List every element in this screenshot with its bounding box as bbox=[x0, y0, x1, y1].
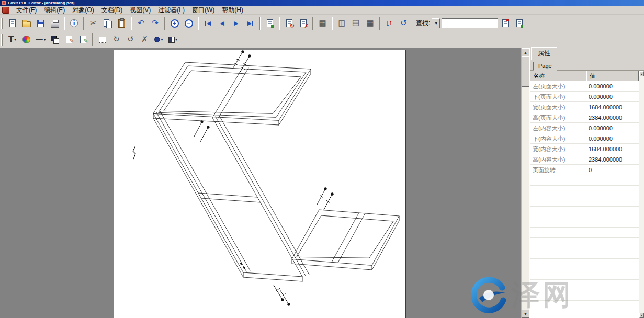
menu-item-view[interactable]: 视图(V) bbox=[126, 5, 154, 15]
panel-scroll-up-button[interactable]: ▴ bbox=[639, 71, 644, 76]
toolbar-separator bbox=[164, 17, 165, 30]
hatch-grid-button[interactable]: ▦ bbox=[316, 17, 329, 30]
property-value[interactable]: 2384.000000 bbox=[586, 115, 639, 121]
menu-item-window[interactable]: 窗口(W) bbox=[188, 5, 218, 15]
shape-style-button[interactable] bbox=[48, 33, 61, 46]
rotate-ccw-button[interactable]: ↺ bbox=[124, 33, 137, 46]
first-page-button[interactable]: ◀ bbox=[201, 17, 214, 30]
prev-page-button[interactable]: ◀ bbox=[216, 17, 229, 30]
property-value[interactable]: 0 bbox=[586, 167, 639, 173]
printer-icon bbox=[51, 22, 59, 28]
split-view-button-2[interactable]: ◫ bbox=[349, 17, 363, 30]
toolbar-gripper[interactable] bbox=[1, 34, 3, 46]
text-superscript-button[interactable]: t ↑ bbox=[383, 17, 396, 30]
scroll-down-button[interactable]: ▼ bbox=[522, 310, 529, 318]
refresh-button[interactable]: ↺ bbox=[397, 17, 410, 30]
grid-header: 名称 值 bbox=[530, 71, 644, 81]
pdf-page[interactable] bbox=[114, 50, 405, 318]
cut-button[interactable]: ✂ bbox=[87, 17, 100, 30]
panel-title-tab[interactable]: 属性 bbox=[531, 47, 557, 60]
next-page-icon: ▶ bbox=[234, 20, 238, 26]
copy-button[interactable] bbox=[101, 17, 114, 30]
split-view-button-1[interactable]: ◫ bbox=[335, 17, 348, 30]
property-row: 左(页面大小)0.000000 bbox=[530, 81, 639, 92]
undo-button[interactable]: ↶ bbox=[134, 17, 148, 30]
property-name: 高(页面大小) bbox=[530, 114, 586, 122]
document-app-icon[interactable] bbox=[2, 7, 9, 14]
split-view-horizontal-icon: ◫ bbox=[352, 19, 360, 27]
open-button[interactable] bbox=[20, 17, 33, 30]
toolbar-gripper[interactable] bbox=[1, 18, 3, 29]
menu-item-filter[interactable]: 过滤器(L) bbox=[154, 5, 188, 15]
color-wheel-icon bbox=[22, 36, 30, 43]
property-value[interactable]: 0.000000 bbox=[586, 94, 639, 100]
text-tool-button[interactable]: T ▾ bbox=[6, 33, 19, 46]
print-button[interactable] bbox=[48, 17, 61, 30]
rotate-page-button[interactable]: ↻ bbox=[283, 17, 296, 30]
column-header-value[interactable]: 值 bbox=[586, 71, 639, 81]
refresh-icon: ↺ bbox=[400, 19, 407, 27]
delete-page-button[interactable]: ✗ bbox=[297, 17, 310, 30]
save-button[interactable] bbox=[34, 17, 47, 30]
property-value[interactable]: 0.000000 bbox=[586, 125, 639, 131]
line-tool-button[interactable]: — ▾ bbox=[34, 33, 47, 46]
stroke-color-icon bbox=[154, 37, 160, 42]
property-value[interactable]: 1684.000000 bbox=[586, 104, 639, 110]
color-wheel-button[interactable] bbox=[20, 33, 33, 46]
first-page-icon: ◀ bbox=[205, 20, 211, 26]
text-tool-icon: T bbox=[8, 36, 14, 43]
page-layout-button[interactable] bbox=[263, 17, 276, 30]
panel-scroll-down-button[interactable]: ▾ bbox=[639, 313, 644, 318]
property-name: 左(页面大小) bbox=[530, 83, 586, 90]
column-header-name[interactable]: 名称 bbox=[530, 71, 586, 81]
zoom-in-button[interactable]: + bbox=[168, 17, 181, 30]
property-row: 页面旋转0 bbox=[530, 165, 639, 175]
document-info-button[interactable]: i bbox=[67, 17, 81, 30]
property-row: 下(内容大小)0.000000 bbox=[530, 133, 639, 144]
find-in-document-button[interactable] bbox=[499, 17, 512, 30]
menu-item-file[interactable]: 文件(F) bbox=[13, 5, 40, 15]
new-button[interactable] bbox=[6, 17, 19, 30]
stroke-color-button[interactable]: ▾ bbox=[152, 33, 165, 46]
rotate-cw-button[interactable]: ↻ bbox=[110, 33, 123, 46]
property-row: 左(内容大小)0.000000 bbox=[530, 123, 639, 133]
menu-item-document[interactable]: 文档(D) bbox=[98, 5, 127, 15]
edit-content-button[interactable]: ✎ bbox=[76, 33, 89, 46]
panel-scrollbar[interactable]: ▴ ▾ bbox=[639, 71, 644, 318]
property-value[interactable]: 0.000000 bbox=[586, 83, 639, 89]
find-results-button[interactable] bbox=[513, 17, 526, 30]
paste-button[interactable] bbox=[115, 17, 128, 30]
zoom-out-button[interactable]: − bbox=[182, 17, 195, 30]
find-document-icon bbox=[502, 19, 509, 27]
menu-item-object[interactable]: 对象(O) bbox=[69, 5, 97, 15]
property-value[interactable]: 2384.000000 bbox=[586, 156, 639, 163]
redo-button[interactable]: ↷ bbox=[149, 17, 162, 30]
tools-button[interactable]: ✗ bbox=[138, 33, 151, 46]
next-page-button[interactable]: ▶ bbox=[230, 17, 243, 30]
menu-item-edit[interactable]: 编辑(E) bbox=[40, 5, 69, 15]
chevron-down-icon: ▾ bbox=[435, 21, 437, 26]
last-page-button[interactable]: ▶ bbox=[244, 17, 257, 30]
select-area-button[interactable] bbox=[96, 33, 109, 46]
tab-page[interactable]: Page bbox=[533, 62, 557, 71]
app-window: Foxit PDF Editor - [anzhuang.pdf] 文件(F) … bbox=[0, 0, 644, 318]
property-value[interactable]: 1684.000000 bbox=[586, 146, 639, 152]
toolbar-separator bbox=[312, 17, 313, 30]
scrollbar-thumb[interactable] bbox=[522, 56, 529, 87]
split-view-button-3[interactable]: ▦ bbox=[364, 17, 377, 30]
find-dropdown-button[interactable]: ▾ bbox=[432, 18, 440, 28]
document-canvas[interactable] bbox=[0, 48, 521, 318]
vertical-scrollbar[interactable]: ▲ ▼ bbox=[521, 48, 529, 318]
shape-style-icon bbox=[51, 36, 57, 41]
edit-page-button[interactable]: ✎ bbox=[62, 33, 75, 46]
scroll-up-button[interactable]: ▲ bbox=[522, 48, 529, 56]
find-input[interactable] bbox=[442, 18, 498, 28]
toolbar-separator bbox=[64, 17, 65, 30]
property-name: 页面旋转 bbox=[530, 166, 586, 174]
menu-item-help[interactable]: 帮助(H) bbox=[218, 5, 247, 15]
fill-color-button[interactable]: ▾ bbox=[166, 33, 179, 46]
split-view-icon: ◫ bbox=[338, 19, 345, 27]
property-value[interactable]: 0.000000 bbox=[586, 135, 639, 142]
zoom-out-icon: − bbox=[185, 19, 193, 28]
panel-tab-row: Page bbox=[530, 60, 644, 71]
